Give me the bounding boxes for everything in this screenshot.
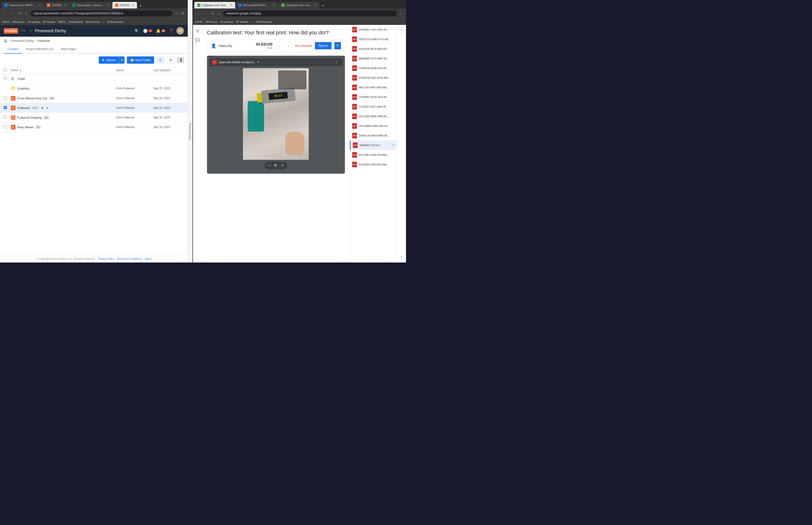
url-input-right[interactable] [223, 10, 397, 16]
bookmark-blurb[interactable]: Blurb Books [86, 20, 99, 23]
return-button[interactable]: Return [315, 42, 332, 49]
tab-content[interactable]: Content [4, 45, 22, 54]
list-item[interactable]: PDF E534E5EC-7D97-4D91-A1... [350, 25, 397, 34]
next-student-button[interactable]: › [285, 42, 292, 49]
annotations-tool-button[interactable]: ☰ [194, 27, 201, 35]
bookmark-hphs[interactable]: HPHS [2, 20, 10, 23]
tab-instructables[interactable]: New project - Instructables ✕ [70, 2, 112, 9]
bookmark-maps[interactable]: MAPS [58, 20, 65, 23]
table-row[interactable]: F Fullwood V77 ⬇ ▾ Chris Fullwood Sep 22… [0, 103, 188, 113]
tab-close-apznza[interactable]: ✕ [273, 3, 275, 7]
list-item[interactable]: PDF 35D9EC55-ABA4-4BB5-A6... [350, 131, 397, 140]
breadcrumb-project[interactable]: Pinewood Derby [11, 39, 34, 43]
sidebar-toggle-button[interactable]: ▐ [177, 57, 184, 63]
row-checkbox[interactable] [4, 125, 7, 128]
user-avatar[interactable]: CF [177, 27, 184, 34]
tab-project-members[interactable]: Project Members (2) [22, 45, 57, 54]
bookmark-3dprinting[interactable]: 3D printing [28, 20, 40, 23]
list-item[interactable]: PDF C2754D27-8537-4A6F-9F... [350, 102, 397, 111]
upload-button[interactable]: ⬆ Upload [99, 56, 119, 64]
table-row[interactable]: 🗑 Trash [0, 74, 188, 84]
list-item[interactable]: PDF 75DB9634-AD9B-4424-AF... [350, 63, 397, 73]
bookmark-all-r[interactable]: All Bookmarks [256, 20, 272, 23]
forward-button-right[interactable]: → [203, 10, 209, 16]
zoom-in-button[interactable]: + [281, 163, 284, 168]
refresh-button-right[interactable]: ↻ [210, 10, 215, 17]
tab-fusion2[interactable]: FUSION ✕ [112, 2, 137, 9]
home-icon[interactable]: 🏠 [4, 39, 7, 43]
alert-icon[interactable]: 🔔 [156, 29, 161, 33]
table-row[interactable]: Fullwood Drawing V2 Chris Fullwood Sep 1… [0, 113, 188, 122]
new-folder-button[interactable]: 📁 New Folder [127, 56, 154, 64]
bookmark-all[interactable]: All Bookmarks [107, 20, 123, 23]
list-item[interactable]: PDF 92C149E1-4038-4783-BE6... [350, 150, 397, 160]
bookmark-apreader-r[interactable]: AP Reader [236, 20, 248, 23]
tab-close-calibration1[interactable]: ✕ [230, 3, 232, 7]
sort-icon[interactable]: ▲ [19, 69, 21, 72]
tab-close-fusion2[interactable]: ✕ [132, 3, 134, 7]
list-item[interactable]: PDF DF2CDB5B-87BD-4291-A3... [350, 121, 397, 131]
download-button[interactable]: ⬇ [41, 106, 44, 110]
list-item[interactable]: PDF D411C942-BB6E-4B99-89... [350, 111, 397, 121]
search-icon[interactable]: 🔍 [135, 29, 139, 33]
tab-close-fusion1[interactable]: ✕ [64, 3, 66, 7]
bookmark-altprocess-r[interactable]: AltProcess [205, 20, 218, 23]
list-item[interactable]: PDF 5F09EF4D-02ED-4F34-9E8... [350, 73, 397, 83]
tab-calibration1[interactable]: Calibration test: Your... ✕ [194, 2, 235, 9]
select-all-checkbox[interactable] [4, 69, 7, 72]
new-tab-button-right[interactable]: + [320, 3, 326, 9]
forward-button[interactable]: → [10, 10, 16, 16]
home-button-right[interactable]: ⌂ [217, 10, 221, 16]
tab-close-calibration2[interactable]: ✕ [314, 3, 317, 7]
list-item[interactable]: PDF CF0A8957-DF3A-4E70-95... [350, 92, 397, 102]
bookmark-apreader[interactable]: AP Reader [43, 20, 56, 23]
zoom-out-button[interactable]: − [268, 163, 271, 168]
home-button[interactable]: ⌂ [24, 10, 28, 16]
terms-link[interactable]: Terms and Conditions [117, 257, 142, 260]
bookmark-3dprinting-r[interactable]: 3D printing [220, 20, 233, 23]
return-dropdown-button[interactable]: ▾ [334, 42, 341, 49]
pdf-more-options-button[interactable]: ⋮ [333, 59, 340, 65]
list-item[interactable]: PDF 48A11367-940F-49A5-BB1... [350, 83, 397, 92]
expand-sidebar-button[interactable]: › [399, 253, 404, 260]
row-checkbox[interactable] [4, 116, 7, 119]
tab-classwork[interactable]: Classwork for MAPS Engi... ✕ [1, 2, 44, 9]
bookmark-hphs-r[interactable]: HPHS [195, 20, 202, 23]
table-row[interactable]: F Front Wheel Assy v20 V1 Chris Fullwood… [0, 93, 188, 103]
help-icon[interactable]: ❓ [169, 29, 174, 33]
extensions-icon[interactable]: ⚙ [181, 11, 185, 16]
list-item[interactable]: PDF DCE07CCD-A9EA-4713-AB... [350, 34, 397, 44]
row-checkbox[interactable] [4, 77, 7, 80]
list-item[interactable]: PDF 0B4868CC-9C7A-4... ↗ [350, 140, 397, 150]
table-row[interactable]: F Rear Wheel V1 Chris Fullwood Sep 10, 2… [0, 122, 188, 132]
external-link-icon[interactable]: ↗ [392, 144, 394, 147]
list-item[interactable]: PDF 6D759593-1695-4515-888... [350, 160, 397, 169]
about-link[interactable]: About [145, 257, 152, 260]
row-checkbox[interactable] [4, 106, 7, 109]
row-checkbox[interactable] [4, 96, 7, 100]
project-details-sidebar[interactable]: Project Details [188, 0, 193, 262]
tab-close-classwork[interactable]: ✕ [39, 3, 41, 7]
list-view-button[interactable]: ☰ [156, 57, 165, 63]
help-button[interactable]: ? [398, 27, 405, 33]
refresh-button[interactable]: ↻ [17, 10, 22, 17]
expand-button[interactable]: ▾ [46, 106, 49, 110]
tab-calibration2[interactable]: Calibration test: Your... ✕ [278, 2, 319, 9]
bookmark-star-icon-right[interactable]: ☆ [399, 11, 404, 16]
new-tab-button[interactable]: + [137, 3, 144, 9]
back-button[interactable]: ← [2, 10, 8, 16]
bookmark-altprocess[interactable]: AltProcess [13, 20, 25, 23]
url-input[interactable] [30, 10, 172, 16]
upload-dropdown[interactable]: ▾ [119, 56, 124, 64]
tab-apznza[interactable]: APznzaZBr6PkUOcQr... ✕ [236, 2, 278, 9]
table-row[interactable]: 📁 Graphics Chris Fullwood Sep 22, 2023 [0, 84, 188, 93]
back-button-right[interactable]: ← [195, 10, 201, 16]
tab-close-instructables[interactable]: ✕ [107, 3, 109, 7]
grid-view-button[interactable]: ⊞ [167, 57, 174, 63]
tab-wiki-pages[interactable]: Wiki Pages [57, 45, 80, 54]
bookmark-star-icon[interactable]: ☆ [174, 11, 179, 16]
pdf-dropdown-button[interactable]: ▾ [258, 61, 259, 64]
list-item[interactable]: PDF 8880A6BF-2CF9-4B3F-9D... [350, 54, 397, 63]
tab-fusion1[interactable]: FUSION ✕ [44, 2, 69, 9]
prev-student-button[interactable]: ‹ [275, 42, 282, 49]
